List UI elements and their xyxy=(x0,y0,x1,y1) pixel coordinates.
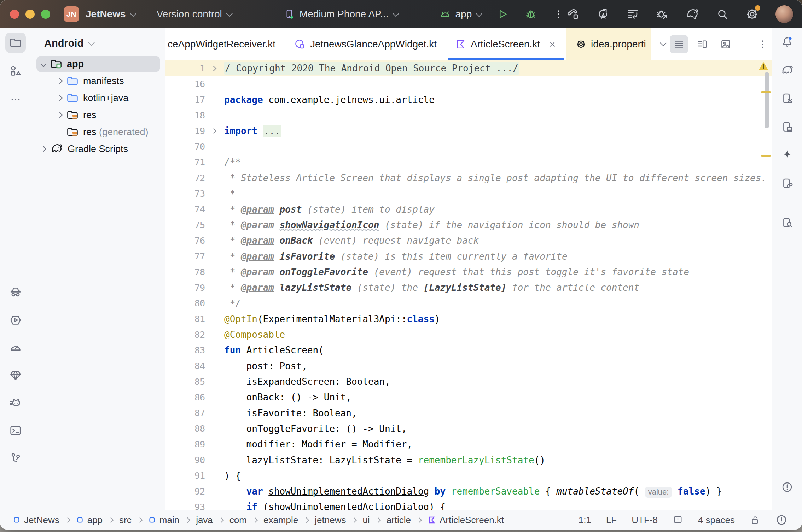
device-selector[interactable]: Medium Phone AP... xyxy=(284,8,397,20)
vcs-menu[interactable]: Version control xyxy=(157,8,231,20)
image-view-button[interactable] xyxy=(716,35,735,53)
code-line-83[interactable]: 83fun ArticleScreen( xyxy=(165,342,772,358)
code-line-71[interactable]: 71/** xyxy=(165,155,772,170)
list-lines-view-button[interactable] xyxy=(670,35,688,53)
code-line-73[interactable]: 73 * xyxy=(165,186,772,201)
code-line-89[interactable]: 89 modifier: Modifier = Modifier, xyxy=(165,436,772,452)
editor-scrollbar[interactable] xyxy=(765,72,769,128)
tree-item-kotlin-java[interactable]: kotlin+java xyxy=(31,89,165,106)
branch-icon[interactable] xyxy=(5,448,26,468)
more-h-icon[interactable] xyxy=(5,89,26,110)
code-line-91[interactable]: 91) { xyxy=(165,468,772,484)
tree-item-app[interactable]: app xyxy=(31,56,165,73)
phone-android-icon[interactable] xyxy=(777,88,797,109)
gauge-icon[interactable] xyxy=(5,337,26,358)
code-line-75[interactable]: 75 * @param showNavigationIcon (state) i… xyxy=(165,217,772,233)
phone-window-icon[interactable] xyxy=(777,117,797,137)
chevron-right-icon[interactable] xyxy=(41,146,47,152)
alert-circle-icon[interactable] xyxy=(775,514,788,526)
run-configuration-selector[interactable]: app xyxy=(439,8,481,20)
build-hammer-icon[interactable] xyxy=(566,7,580,21)
code-line-86[interactable]: 86 onBack: () -> Unit, xyxy=(165,389,772,405)
code-line-92[interactable]: 92 var showUnimplementedActionDialog by … xyxy=(165,484,772,499)
breadcrumb-article[interactable]: article xyxy=(387,515,411,526)
hidden-tabs-dropdown[interactable] xyxy=(660,41,665,47)
user-avatar[interactable] xyxy=(775,5,794,23)
code-line-19[interactable]: 19import ... xyxy=(165,123,772,139)
attach-debugger-icon[interactable] xyxy=(656,7,669,21)
code-line-74[interactable]: 74 * @param post (state) item to display xyxy=(165,202,772,217)
phone-search-icon[interactable] xyxy=(777,213,797,233)
code-editor[interactable]: 1/ Copyright 2020 The Android Open Sourc… xyxy=(165,60,772,510)
code-line-77[interactable]: 77 * @param isFavorite (state) is this i… xyxy=(165,249,772,264)
project-menu[interactable]: JetNews xyxy=(86,8,135,20)
editor-options-button[interactable] xyxy=(754,35,772,53)
alert-circle-icon[interactable] xyxy=(777,477,797,497)
code-line-84[interactable]: 84 post: Post, xyxy=(165,358,772,374)
breadcrumb-jetnews[interactable]: JetNews xyxy=(13,515,59,526)
fold-arrow-icon[interactable] xyxy=(209,66,219,70)
code-line-88[interactable]: 88 onToggleFavorite: () -> Unit, xyxy=(165,421,772,436)
close-window-button[interactable] xyxy=(10,10,19,19)
code-line-76[interactable]: 76 * @param onBack (event) request navig… xyxy=(165,233,772,248)
terminal-icon[interactable] xyxy=(5,420,26,441)
code-line-82[interactable]: 82@Composable xyxy=(165,327,772,342)
more-actions-button[interactable] xyxy=(553,8,564,20)
incognito-icon[interactable] xyxy=(5,282,26,303)
resource-manager-icon[interactable] xyxy=(5,61,26,81)
breadcrumb-com[interactable]: com xyxy=(229,515,247,526)
breadcrumb-src[interactable]: src xyxy=(119,515,132,526)
line-ending[interactable]: LF xyxy=(606,515,617,526)
chevron-right-icon[interactable] xyxy=(57,112,63,118)
run-button[interactable] xyxy=(496,8,509,21)
chevron-right-icon[interactable] xyxy=(57,95,63,101)
breadcrumb-example[interactable]: example xyxy=(263,515,298,526)
file-encoding[interactable]: UTF-8 xyxy=(632,515,658,526)
cat-icon[interactable] xyxy=(5,393,26,413)
message-exclamation-icon[interactable] xyxy=(673,515,683,525)
debug-button[interactable] xyxy=(524,8,537,21)
zoom-window-button[interactable] xyxy=(41,10,50,19)
code-line-85[interactable]: 85 isExpandedScreen: Boolean, xyxy=(165,374,772,389)
tab-jetnewsglanceappwidget-kt[interactable]: JetnewsGlanceAppWidget.kt xyxy=(285,28,446,60)
caret-position[interactable]: 1:1 xyxy=(579,515,591,526)
breadcrumb-ui[interactable]: ui xyxy=(362,515,370,526)
tree-item-manifests[interactable]: manifests xyxy=(31,73,165,89)
minimize-window-button[interactable] xyxy=(25,10,35,19)
bell-icon[interactable] xyxy=(777,32,797,52)
code-line-72[interactable]: 72 * Stateless Article Screen that displ… xyxy=(165,170,772,186)
code-line-70[interactable]: 70 xyxy=(165,139,772,154)
breadcrumb-jetnews[interactable]: jetnews xyxy=(315,515,346,526)
unlocked-padlock-icon[interactable] xyxy=(750,515,760,525)
indent-setting[interactable]: 4 spaces xyxy=(698,515,735,526)
apply-code-icon[interactable] xyxy=(626,7,639,21)
code-line-17[interactable]: 17package com.example.jetnews.ui.article xyxy=(165,92,772,108)
phone-link-icon[interactable] xyxy=(777,173,797,194)
breadcrumb-app[interactable]: app xyxy=(76,515,103,526)
chevron-right-icon[interactable] xyxy=(57,78,63,84)
sparkle-icon[interactable] xyxy=(777,145,797,166)
fold-arrow-icon[interactable] xyxy=(209,129,219,133)
breadcrumb-main[interactable]: main xyxy=(148,515,179,526)
tree-item-res[interactable]: res xyxy=(31,106,165,123)
gradle-elephant-icon[interactable] xyxy=(777,60,797,81)
gradle-sync-icon[interactable] xyxy=(685,7,699,21)
search-icon[interactable] xyxy=(716,7,729,21)
tab-ceappwidgetreceiver-kt[interactable]: ceAppWidgetReceiver.kt xyxy=(165,28,285,60)
chevron-down-icon[interactable] xyxy=(41,61,47,67)
warning-stripe-mark[interactable] xyxy=(761,91,771,93)
structure-split-view-button[interactable] xyxy=(693,35,711,53)
folder-icon[interactable] xyxy=(5,33,26,53)
tab-idea-properti[interactable]: idea.properti xyxy=(566,28,651,60)
code-line-80[interactable]: 80 */ xyxy=(165,295,772,311)
apply-restart-icon[interactable] xyxy=(596,7,610,21)
code-line-93[interactable]: 93 if (showUnimplementedActionDialog) { xyxy=(165,499,772,510)
close-tab-icon[interactable] xyxy=(548,40,557,49)
warning-stripe-mark[interactable] xyxy=(761,155,771,157)
code-line-18[interactable]: 18 xyxy=(165,108,772,123)
code-line-16[interactable]: 16 xyxy=(165,76,772,92)
breadcrumb-java[interactable]: java xyxy=(196,515,213,526)
code-line-87[interactable]: 87 isFavorite: Boolean, xyxy=(165,405,772,421)
breadcrumb-articlescreen-kt[interactable]: ArticleScreen.kt xyxy=(428,515,504,526)
tree-item-gradle-scripts[interactable]: Gradle Scripts xyxy=(31,140,165,157)
